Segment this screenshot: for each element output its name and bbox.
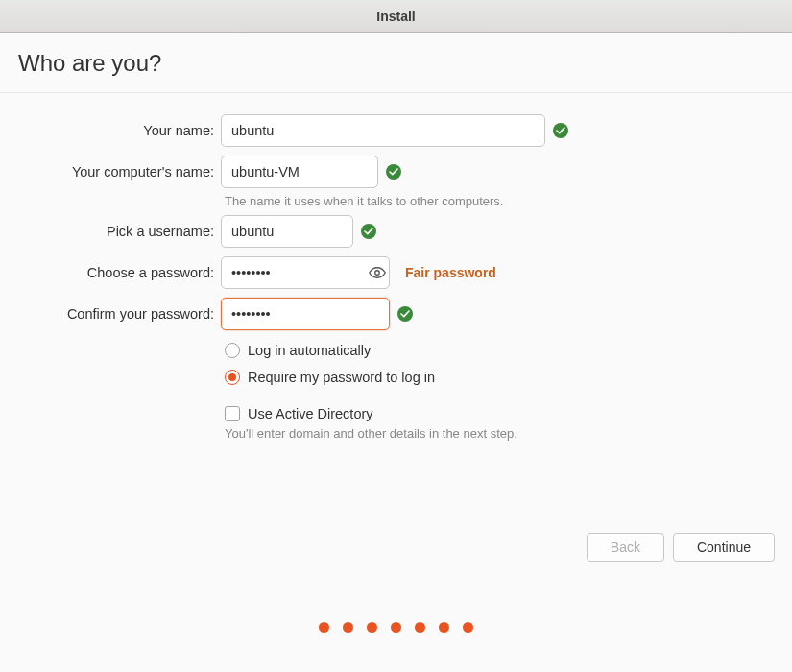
active-directory-label: Use Active Directory — [248, 406, 373, 421]
progress-dot — [319, 622, 329, 633]
confirm-password-input[interactable] — [221, 298, 390, 330]
login-password-option[interactable]: Require my password to log in — [225, 366, 792, 389]
progress-dot — [343, 622, 353, 633]
footer-buttons: Back Continue — [587, 533, 775, 562]
progress-dot — [367, 622, 377, 633]
continue-button[interactable]: Continue — [673, 533, 775, 562]
progress-dot — [463, 622, 473, 633]
checkbox-icon[interactable] — [225, 406, 240, 421]
progress-dots — [0, 622, 792, 633]
active-directory-option[interactable]: Use Active Directory — [225, 402, 792, 425]
login-auto-label: Log in automatically — [248, 343, 371, 358]
your-name-input[interactable] — [221, 114, 545, 147]
password-label: Choose a password: — [0, 265, 221, 280]
username-input[interactable] — [221, 215, 353, 248]
active-directory-hint: You'll enter domain and other details in… — [225, 426, 792, 441]
titlebar: Install — [0, 0, 792, 33]
your-name-label: Your name: — [0, 123, 221, 138]
checkmark-icon — [553, 123, 568, 138]
computer-name-input[interactable] — [221, 156, 378, 188]
password-input[interactable] — [221, 256, 390, 289]
confirm-password-label: Confirm your password: — [0, 306, 221, 322]
login-auto-option[interactable]: Log in automatically — [225, 339, 792, 362]
computer-name-hint: The name it uses when it talks to other … — [225, 194, 792, 208]
login-password-label: Require my password to log in — [248, 370, 435, 385]
window-title: Install — [376, 9, 415, 24]
checkmark-icon — [386, 164, 401, 180]
checkmark-icon — [361, 224, 376, 239]
back-button: Back — [587, 533, 664, 562]
username-label: Pick a username: — [0, 224, 221, 239]
eye-icon[interactable] — [367, 262, 388, 283]
progress-dot — [439, 622, 449, 633]
progress-dot — [415, 622, 425, 633]
page-heading: Who are you? — [0, 33, 792, 92]
password-strength-label: Fair password — [405, 265, 496, 280]
radio-icon[interactable] — [225, 343, 240, 358]
user-form: Your name: Your computer's name: The nam… — [0, 93, 792, 441]
computer-name-label: Your computer's name: — [0, 164, 221, 180]
svg-point-0 — [375, 271, 380, 276]
radio-icon[interactable] — [225, 370, 240, 385]
checkmark-icon — [397, 306, 413, 322]
progress-dot — [391, 622, 401, 633]
